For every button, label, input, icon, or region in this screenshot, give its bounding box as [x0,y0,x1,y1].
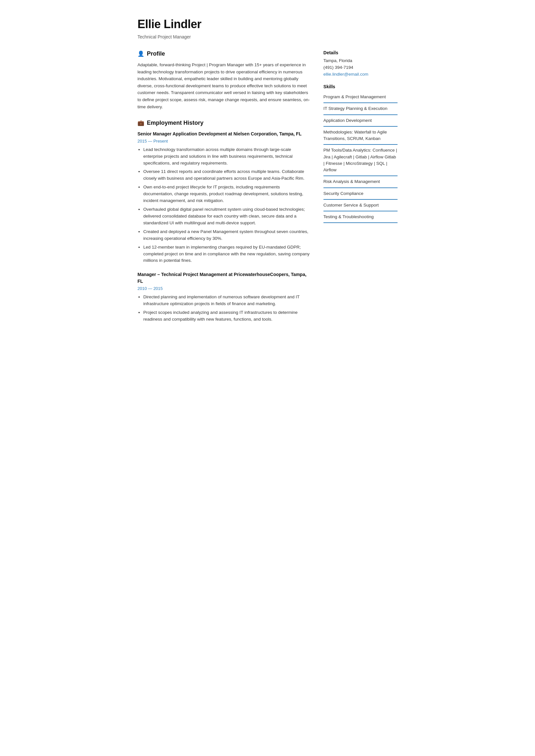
resume-page: Ellie Lindler Technical Project Manager … [122,0,413,347]
candidate-name: Ellie Lindler [137,15,398,33]
job-1: Senior Manager Application Development a… [137,131,311,264]
job-1-title: Senior Manager Application Development a… [137,131,311,137]
skill-item: Methodologies: Waterfall to Agile Transi… [324,127,398,145]
profile-icon: 👤 [137,50,144,58]
profile-text: Adaptable, forward-thinking Project | Pr… [137,62,311,110]
list-item: Overhauled global digital panel recruitm… [143,206,311,227]
employment-section: 💼 Employment History Senior Manager Appl… [137,119,311,323]
skills-list: Program & Project Management IT Strategy… [324,92,398,223]
employment-icon: 💼 [137,119,144,127]
profile-section: 👤 Profile Adaptable, forward-thinking Pr… [137,49,311,110]
skill-item: IT Strategy Planning & Execution [324,103,398,115]
header-section: Ellie Lindler Technical Project Manager [137,15,398,40]
list-item: Lead technology transformation across mu… [143,147,311,167]
details-section: Details Tampa, Florida (491) 394-7194 el… [324,49,398,78]
main-layout: 👤 Profile Adaptable, forward-thinking Pr… [137,49,398,331]
job-1-date: 2015 — Present [137,138,311,145]
candidate-subtitle: Technical Project Manager [137,34,398,40]
list-item: Own end-to-end project lifecycle for IT … [143,184,311,204]
job-1-bullets: Lead technology transformation across mu… [137,147,311,264]
details-title: Details [324,49,398,56]
profile-section-title: 👤 Profile [137,49,311,58]
skill-item: Program & Project Management [324,92,398,103]
skill-item: Customer Service & Support [324,200,398,211]
phone: (491) 394-7194 [324,64,398,71]
location: Tampa, Florida [324,58,398,64]
email[interactable]: ellie.lindler@email.com [324,71,398,78]
list-item: Directed planning and implementation of … [143,294,311,308]
left-column: 👤 Profile Adaptable, forward-thinking Pr… [137,49,311,331]
list-item: Oversee 11 direct reports and coordinate… [143,168,311,182]
list-item: Project scopes included analyzing and as… [143,309,311,323]
list-item: Created and deployed a new Panel Managem… [143,229,311,242]
job-2-date: 2010 — 2015 [137,285,311,292]
job-2-bullets: Directed planning and implementation of … [137,294,311,323]
right-column: Details Tampa, Florida (491) 394-7194 el… [324,49,398,331]
job-2: Manager – Technical Project Management a… [137,271,311,323]
skill-item: Application Development [324,115,398,127]
skill-item: PM Tools/Data Analytics: Confluence | Ji… [324,145,398,176]
list-item: Led 12-member team in implementing chang… [143,244,311,264]
employment-section-title: 💼 Employment History [137,119,311,127]
skills-section: Skills Program & Project Management IT S… [324,83,398,223]
skill-item: Testing & Troubleshooting [324,211,398,223]
skill-item: Security Compliance [324,188,398,200]
job-2-title: Manager – Technical Project Management a… [137,271,311,285]
skill-item: Risk Analysis & Management [324,176,398,188]
skills-title: Skills [324,83,398,90]
